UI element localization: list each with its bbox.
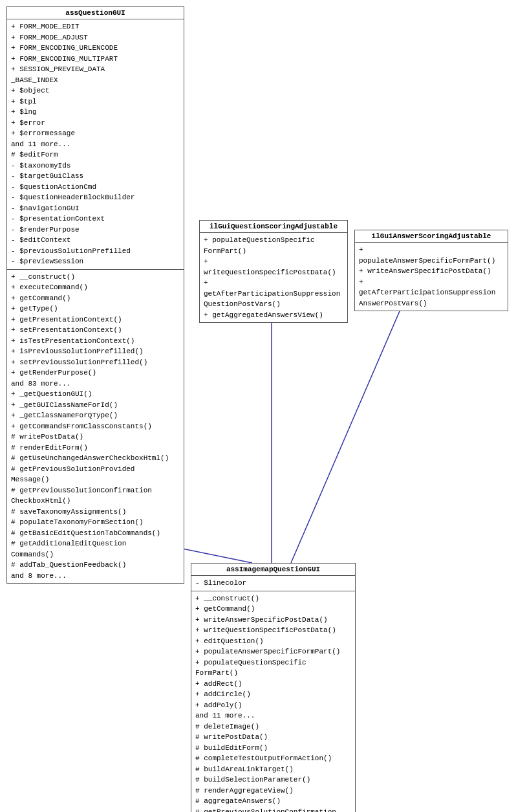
ass-question-gui-methods: + __construct() + executeCommand() + get… (7, 270, 184, 584)
ass-question-gui-title: assQuestionGUI (7, 7, 184, 19)
il-gui-answer-scoring-methods: + populateAnswerSpecificFormPart() + wri… (355, 243, 508, 311)
diagram-container: assQuestionGUI + FORM_MODE_EDIT + FORM_M… (0, 0, 516, 812)
ass-imagemap-question-gui-methods: + __construct() + getCommand() + writeAn… (191, 591, 355, 813)
ass-imagemap-question-gui-attributes: - $linecolor (191, 576, 355, 591)
ass-imagemap-question-gui-title: assImagemapQuestionGUI (191, 564, 355, 576)
ass-question-gui-attributes: + FORM_MODE_EDIT + FORM_MODE_ADJUST + FO… (7, 19, 184, 270)
ass-imagemap-question-gui-box: assImagemapQuestionGUI - $linecolor + __… (191, 563, 356, 812)
il-gui-answer-scoring-box: ilGuiAnswerScoringAdjustable + populateA… (354, 230, 508, 311)
il-gui-question-scoring-title: ilGuiQuestionScoringAdjustable (200, 221, 347, 233)
ass-question-gui-box: assQuestionGUI + FORM_MODE_EDIT + FORM_M… (6, 6, 184, 584)
il-gui-question-scoring-methods: + populateQuestionSpecific FormPart() + … (200, 233, 347, 322)
il-gui-answer-scoring-title: ilGuiAnswerScoringAdjustable (355, 230, 508, 243)
il-gui-question-scoring-box: ilGuiQuestionScoringAdjustable + populat… (199, 220, 348, 323)
